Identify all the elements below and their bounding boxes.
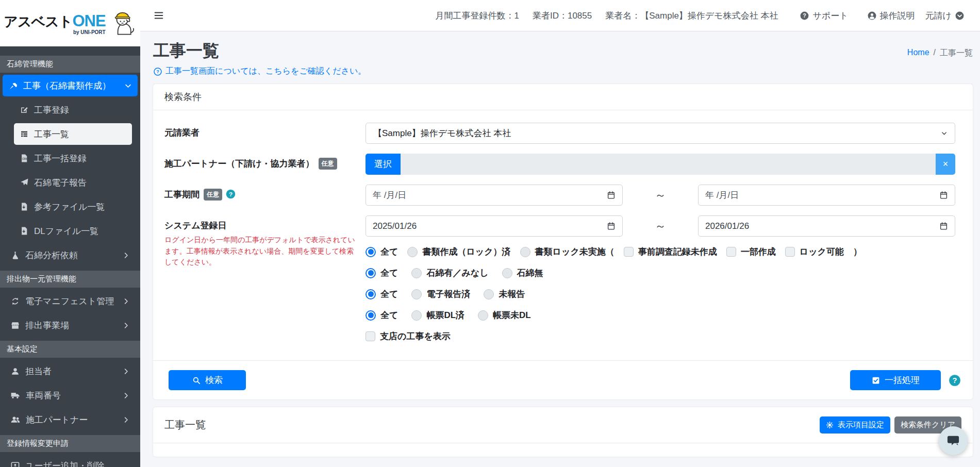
radio-checked [366, 310, 376, 321]
period-label: 工事期間 [164, 190, 200, 199]
checkbox-option[interactable]: 事前調査記録未作成 [624, 246, 717, 258]
brand-text: アスベスト [4, 12, 72, 31]
sidebar-item-bulk-register[interactable]: 工事一括登録 [14, 147, 136, 169]
radio-option[interactable]: 石綿有／みなし [411, 267, 488, 279]
checkbox-unchecked [624, 247, 634, 257]
sidebar-item-label: 担当者 [25, 365, 52, 377]
bulk-process-button[interactable]: 一括処理 [850, 370, 941, 390]
sidebar-item-waste-site[interactable]: 排出事業場 [5, 314, 136, 336]
question-circle-icon [153, 67, 162, 76]
sidebar-item-construction-list[interactable]: 工事一覧 [14, 123, 132, 145]
hamburger-menu-icon[interactable] [153, 10, 164, 21]
csv-file-icon [20, 154, 29, 163]
radio-option[interactable]: 全て [366, 309, 398, 321]
sidebar-item-asbestos-ereport[interactable]: 石綿電子報告 [14, 172, 136, 193]
hammer-icon [8, 81, 18, 91]
list-card-body [153, 443, 973, 457]
gear-icon [826, 421, 834, 429]
sidebar-item-reference-files[interactable]: 参考ファイル一覧 [14, 196, 136, 218]
sidebar-item-label: 工事一括登録 [34, 153, 87, 164]
calendar-icon[interactable] [607, 191, 616, 199]
breadcrumb-home-link[interactable]: Home [907, 48, 929, 59]
sidebar-item-staff[interactable]: 担当者 [5, 360, 136, 382]
radio-option[interactable]: 書類作成（ロック）済 [407, 246, 510, 258]
recycle-icon [10, 296, 20, 306]
system-date-to-input[interactable]: 2026/01/26 [698, 215, 955, 237]
sidebar-section-basic-settings: 基本設定 [0, 341, 140, 358]
radio-option[interactable]: 全て [366, 288, 398, 300]
main-content: 工事一覧 工事一覧画面については、こちらをご確認ください。 Home / 工事一… [140, 31, 980, 467]
chevron-right-icon [122, 297, 130, 305]
sidebar-item-label: 工事（石綿書類作成） [23, 80, 111, 92]
sidebar-item-construction-register[interactable]: 工事登録 [14, 99, 136, 121]
range-separator: ～ [623, 188, 698, 203]
system-date-from-input[interactable]: 2025/01/26 [366, 215, 623, 237]
radio-option[interactable]: 全て [366, 246, 398, 258]
checkbox-unchecked [785, 247, 795, 257]
sidebar-item-dl-files[interactable]: DLファイル一覧 [14, 220, 136, 242]
sidebar-item-label: 石綿分析依頼 [25, 249, 78, 261]
calendar-icon[interactable] [939, 222, 948, 230]
sidebar-item-emanifest[interactable]: 電子マニフェスト管理 [5, 290, 136, 312]
branch-checkbox-option[interactable]: 支店の工事を表示 [366, 330, 451, 342]
radio-option[interactable]: 未報告 [484, 288, 525, 300]
radio-option[interactable]: 電子報告済 [411, 288, 470, 300]
page-title: 工事一覧 [153, 40, 366, 62]
sidebar: アスベスト ONE by UNI-PORT 石綿管理機能 工事（石綿書類作成） … [0, 0, 140, 467]
chevron-down-icon [124, 82, 132, 90]
chevron-down-circle-icon [955, 11, 965, 21]
search-card-header: 検索条件 [153, 84, 973, 110]
app-logo[interactable]: アスベスト ONE by UNI-PORT [0, 0, 140, 46]
period-to-input[interactable]: 年 /月/日 [698, 185, 955, 206]
calendar-icon[interactable] [607, 222, 616, 230]
radio-checked [366, 247, 376, 257]
radio-checked [366, 268, 376, 278]
monthly-count-value: 1 [514, 11, 519, 21]
display-settings-button[interactable]: 表示項目設定 [820, 416, 890, 433]
radio-option[interactable]: 帳票DL済 [411, 309, 464, 321]
partner-select-button[interactable]: 選択 [366, 154, 401, 175]
period-help-icon[interactable] [225, 189, 236, 199]
calendar-icon[interactable] [939, 191, 948, 199]
period-from-input[interactable]: 年 /月/日 [366, 185, 623, 206]
checkbox-option[interactable]: 一部作成 [726, 246, 776, 258]
radio-option[interactable]: 書類ロック未実施（ [520, 246, 614, 258]
system-date-note: ログイン日から一年間の工事がデフォルトで表示されています。工事情報が表示されない… [164, 235, 366, 268]
sidebar-item-analysis-request[interactable]: 石綿分析依頼 [5, 244, 136, 266]
bulk-help-icon[interactable] [948, 374, 961, 387]
sidebar-item-label: 工事登録 [34, 104, 69, 116]
asbestos-filter-row: 全て 石綿有／みなし 石綿無 [366, 267, 955, 279]
partner-selected-field[interactable] [401, 154, 936, 175]
support-link[interactable]: サポート [800, 10, 848, 22]
chat-bubble-icon [946, 433, 960, 448]
search-button[interactable]: 検索 [169, 370, 246, 390]
contractor-select[interactable]: 【Sample】操作デモ株式会社 本社 [366, 123, 955, 144]
checkbox-option[interactable]: ロック可能 [785, 246, 844, 258]
sidebar-item-partner[interactable]: 施工パートナー [5, 409, 136, 430]
partner-clear-button[interactable]: × [936, 154, 955, 175]
radio-unchecked [478, 310, 488, 321]
radio-unchecked [484, 289, 494, 299]
edit-icon [20, 105, 29, 114]
sidebar-item-vehicle-number[interactable]: 車両番号 [5, 385, 136, 406]
branch-filter-row: 支店の工事を表示 [366, 330, 955, 342]
check-square-icon [871, 376, 881, 385]
radio-option[interactable]: 全て [366, 267, 398, 279]
users-icon [10, 414, 21, 425]
role-dropdown[interactable]: 元請け [925, 10, 965, 22]
optional-badge: 任意 [319, 158, 337, 170]
vendor-name-stat: 業者名：【Sample】操作デモ株式会社 本社 [605, 10, 778, 22]
page-help-link[interactable]: 工事一覧画面については、こちらをご確認ください。 [153, 66, 366, 77]
chevron-right-icon [122, 252, 130, 259]
sidebar-item-user-add-remove[interactable]: ユーザー追加・削除 [5, 455, 136, 467]
guide-link[interactable]: 操作説明 [867, 10, 915, 22]
paper-plane-icon [20, 178, 29, 187]
truck-icon [10, 390, 21, 401]
radio-option[interactable]: 石綿無 [502, 267, 543, 279]
chat-widget-button[interactable] [939, 426, 968, 455]
sidebar-item-label: 施工パートナー [26, 414, 88, 426]
sidebar-item-construction-group[interactable]: 工事（石綿書類作成） [3, 75, 138, 96]
user-icon [10, 366, 20, 376]
radio-option[interactable]: 帳票未DL [478, 309, 531, 321]
list-card-header: 工事一覧 [164, 418, 206, 432]
